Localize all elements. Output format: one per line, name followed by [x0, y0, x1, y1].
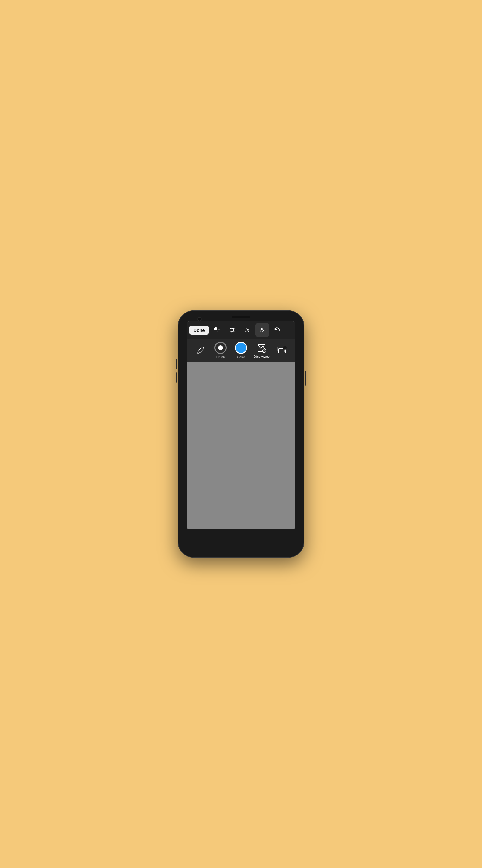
color-label: Color — [237, 355, 245, 359]
svg-rect-0 — [215, 328, 217, 330]
svg-point-8 — [230, 328, 232, 329]
brush-paint-button[interactable] — [190, 345, 210, 355]
fx-button[interactable]: fx — [240, 323, 254, 337]
phone-screen: Done — [187, 321, 295, 529]
phone-top-bar — [178, 310, 304, 321]
phone-speaker — [232, 316, 250, 318]
edge-aware-button[interactable]: Edge Aware — [251, 342, 272, 358]
brush-label: Brush — [216, 355, 225, 359]
adjustments-button[interactable] — [225, 323, 239, 337]
svg-point-10 — [231, 331, 232, 333]
brush-paint-icon — [195, 345, 205, 355]
svg-point-9 — [232, 330, 234, 331]
bottom-toolbar: Brush Color Edge Aware — [187, 339, 295, 362]
layers-button[interactable] — [272, 344, 292, 356]
volume-down-button — [176, 372, 178, 383]
brush-size-circle[interactable] — [215, 342, 227, 354]
selection-tool-button[interactable] — [210, 323, 224, 337]
phone-camera — [197, 317, 201, 321]
layers-icon — [276, 344, 288, 356]
blend-button[interactable]: & — [255, 323, 269, 337]
top-toolbar: Done — [187, 321, 295, 339]
done-button[interactable]: Done — [189, 326, 209, 335]
svg-point-63 — [262, 349, 266, 352]
brush-size-button[interactable]: Brush — [210, 342, 231, 359]
color-button[interactable]: Color — [231, 342, 251, 359]
edge-aware-label: Edge Aware — [253, 355, 269, 358]
power-button — [304, 371, 306, 386]
undo-button[interactable] — [270, 323, 284, 337]
color-circle[interactable] — [235, 342, 247, 354]
edge-aware-icon — [256, 342, 267, 354]
phone-frame: Done — [178, 310, 304, 558]
volume-up-button — [176, 359, 178, 369]
